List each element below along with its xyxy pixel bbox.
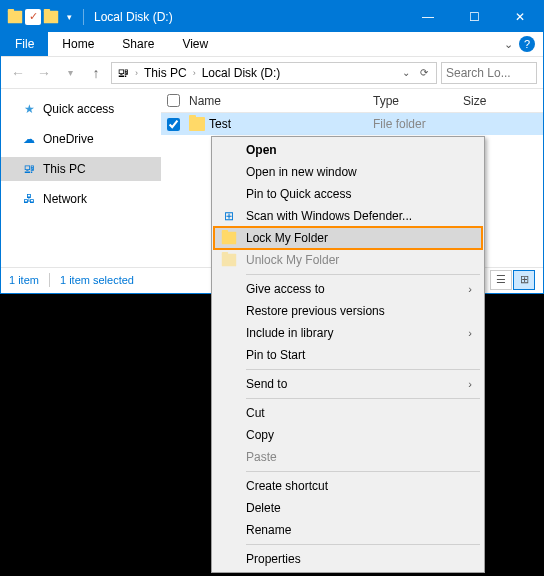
breadcrumb-thispc[interactable]: This PC [141, 66, 190, 80]
folder-app-icon [7, 9, 23, 25]
unlock-icon [220, 251, 238, 269]
context-menu: Open Open in new window Pin to Quick acc… [211, 136, 485, 573]
help-icon[interactable]: ? [519, 36, 535, 52]
refresh-icon[interactable]: ⟳ [417, 67, 431, 78]
ribbon: File Home Share View ⌄ ? [1, 32, 543, 57]
sidebar-item-thispc[interactable]: 🖳 This PC [1, 157, 161, 181]
sidebar-item-onedrive[interactable]: ☁ OneDrive [1, 127, 161, 151]
chevron-right-icon[interactable]: › [132, 68, 141, 78]
ctx-scan-defender[interactable]: ⊞ Scan with Windows Defender... [214, 205, 482, 227]
chevron-right-icon[interactable]: › [190, 68, 199, 78]
ctx-give-access[interactable]: Give access to› [214, 278, 482, 300]
address-bar-row: ← → ▾ ↑ 🖳 › This PC › Local Disk (D:) ⌄ … [1, 57, 543, 89]
navigation-pane: ★ Quick access ☁ OneDrive 🖳 This PC 🖧 Ne… [1, 89, 161, 267]
close-button[interactable]: ✕ [497, 1, 543, 32]
sidebar-item-label: Network [43, 192, 87, 206]
ctx-separator [246, 369, 480, 370]
titlebar-separator [83, 9, 84, 25]
ribbon-home[interactable]: Home [48, 33, 108, 55]
view-details-button[interactable]: ☰ [490, 270, 512, 290]
chevron-right-icon: › [468, 327, 472, 339]
status-selected-count: 1 item selected [60, 274, 134, 286]
column-name[interactable]: Name [185, 94, 373, 108]
ctx-cut[interactable]: Cut [214, 402, 482, 424]
qat-properties-icon[interactable]: ✓ [25, 9, 41, 25]
ctx-rename[interactable]: Rename [214, 519, 482, 541]
folder-icon [189, 117, 205, 131]
ctx-pin-quick[interactable]: Pin to Quick access [214, 183, 482, 205]
row-type-label: File folder [373, 117, 463, 131]
column-type[interactable]: Type [373, 94, 463, 108]
ribbon-share[interactable]: Share [108, 33, 168, 55]
sidebar-item-label: OneDrive [43, 132, 94, 146]
ctx-include-library[interactable]: Include in library› [214, 322, 482, 344]
ctx-paste: Paste [214, 446, 482, 468]
sidebar-item-label: Quick access [43, 102, 114, 116]
view-icons-button[interactable]: ⊞ [513, 270, 535, 290]
breadcrumb-drive[interactable]: Local Disk (D:) [199, 66, 284, 80]
sidebar-item-quickaccess[interactable]: ★ Quick access [1, 97, 161, 121]
ctx-unlock-my-folder: Unlock My Folder [214, 249, 482, 271]
ctx-pin-start[interactable]: Pin to Start [214, 344, 482, 366]
titlebar: ✓ ▾ Local Disk (D:) — ☐ ✕ [1, 1, 543, 32]
monitor-icon: 🖳 [21, 161, 37, 177]
up-button[interactable]: ↑ [85, 62, 107, 84]
network-icon: 🖧 [21, 191, 37, 207]
ctx-copy[interactable]: Copy [214, 424, 482, 446]
ribbon-expand-icon[interactable]: ⌄ [504, 38, 513, 51]
ctx-open[interactable]: Open [214, 139, 482, 161]
ctx-delete[interactable]: Delete [214, 497, 482, 519]
qat-newfolder-icon[interactable] [43, 9, 59, 25]
sidebar-item-label: This PC [43, 162, 86, 176]
row-name-label: Test [209, 117, 231, 131]
ctx-restore-versions[interactable]: Restore previous versions [214, 300, 482, 322]
ctx-create-shortcut[interactable]: Create shortcut [214, 475, 482, 497]
chevron-right-icon: › [468, 378, 472, 390]
shield-icon: ⊞ [220, 207, 238, 225]
ctx-send-to[interactable]: Send to› [214, 373, 482, 395]
ctx-separator [246, 398, 480, 399]
forward-button[interactable]: → [33, 62, 55, 84]
qat-dropdown-icon[interactable]: ▾ [61, 9, 77, 25]
ctx-properties[interactable]: Properties [214, 548, 482, 570]
ctx-lock-my-folder[interactable]: Lock My Folder [214, 227, 482, 249]
ribbon-view[interactable]: View [168, 33, 222, 55]
ctx-separator [246, 544, 480, 545]
cloud-icon: ☁ [21, 131, 37, 147]
search-input[interactable]: Search Lo... [441, 62, 537, 84]
star-icon: ★ [21, 101, 37, 117]
sidebar-item-network[interactable]: 🖧 Network [1, 187, 161, 211]
ribbon-file[interactable]: File [1, 32, 48, 56]
pc-icon: 🖳 [114, 66, 132, 80]
ctx-separator [246, 471, 480, 472]
breadcrumb[interactable]: 🖳 › This PC › Local Disk (D:) ⌄ ⟳ [111, 62, 437, 84]
row-checkbox[interactable] [167, 118, 180, 131]
lock-icon [220, 229, 238, 247]
chevron-right-icon: › [468, 283, 472, 295]
table-row[interactable]: Test File folder [161, 113, 543, 135]
column-headers: Name Type Size [161, 89, 543, 113]
search-placeholder: Search Lo... [446, 66, 511, 80]
select-all-checkbox[interactable] [167, 94, 180, 107]
back-button[interactable]: ← [7, 62, 29, 84]
window-title: Local Disk (D:) [94, 10, 405, 24]
status-item-count: 1 item [9, 274, 39, 286]
history-dropdown[interactable]: ▾ [59, 62, 81, 84]
ctx-open-new-window[interactable]: Open in new window [214, 161, 482, 183]
minimize-button[interactable]: — [405, 1, 451, 32]
column-size[interactable]: Size [463, 94, 543, 108]
status-separator [49, 273, 50, 287]
ctx-separator [246, 274, 480, 275]
maximize-button[interactable]: ☐ [451, 1, 497, 32]
breadcrumb-dropdown-icon[interactable]: ⌄ [399, 67, 413, 78]
